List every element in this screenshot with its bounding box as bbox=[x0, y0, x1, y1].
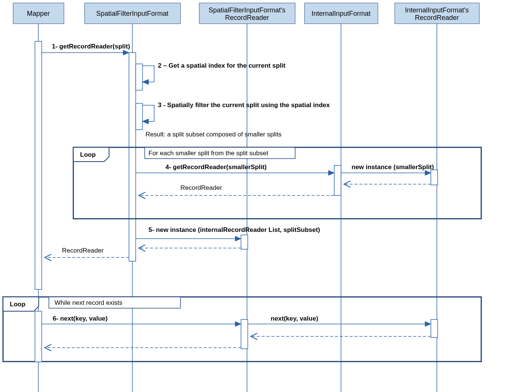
msg5-label: 5- new instance (internalRecordReader Li… bbox=[149, 226, 320, 233]
activation-self2 bbox=[136, 64, 142, 90]
activation-mapper2 bbox=[35, 311, 42, 362]
participant-iif: InternalInputFormat bbox=[305, 3, 378, 24]
participant-iif-rr: InternalInputFormat's RecordReader bbox=[395, 3, 479, 24]
msg2-label: 2 – Get a spatial index for the current … bbox=[158, 62, 285, 69]
loop1-guard: For each smaller split from the split su… bbox=[149, 150, 268, 157]
activation-iif-rr-new bbox=[431, 170, 438, 185]
participant-sfif-label: SpatialFilterInputFormat bbox=[96, 10, 168, 17]
activation-sfif-rr-new bbox=[241, 235, 248, 249]
msg4-label: 4- getRecordReader(smallerSplit) bbox=[165, 163, 267, 171]
msg6-label: 6- next(key, value) bbox=[53, 315, 108, 322]
participant-sfif-rr-label1: SpatialFilterInputFormat's bbox=[209, 6, 286, 14]
activation-self3 bbox=[136, 103, 142, 130]
msg6b-label: next(key, value) bbox=[271, 315, 318, 322]
msg5r-label: RecordReader bbox=[62, 247, 104, 254]
loop2-guard: While next record exists bbox=[55, 299, 122, 306]
participant-sfif: SpatialFilterInputFormat bbox=[85, 3, 180, 24]
msg3-arrow bbox=[142, 105, 154, 121]
participant-iif-rr-label1: InternalInputFormat's bbox=[405, 6, 469, 14]
activation-mapper bbox=[35, 41, 42, 289]
activation-sfif-rr2 bbox=[241, 319, 248, 349]
participant-iif-label: InternalInputFormat bbox=[311, 10, 370, 17]
loop1-label: Loop bbox=[80, 151, 96, 158]
participant-sfif-rr: SpatialFilterInputFormat's RecordReader bbox=[199, 3, 295, 24]
participant-mapper-label: Mapper bbox=[27, 10, 50, 17]
msg3-result: Result: a split subset composed of small… bbox=[146, 131, 282, 138]
msg1-label: 1- getRecordReader(split) bbox=[52, 43, 130, 50]
activation-iif bbox=[334, 165, 341, 195]
participant-iif-rr-label2: RecordReader bbox=[415, 14, 459, 21]
activation-sfif bbox=[129, 53, 136, 261]
loop2-label: Loop bbox=[10, 301, 26, 308]
msg4r-label: RecordReader bbox=[180, 184, 222, 191]
activation-iif-rr2 bbox=[431, 319, 438, 338]
msg4b-label: new instance (smallerSplit) bbox=[352, 163, 434, 171]
participant-sfif-rr-label2: RecordReader bbox=[225, 14, 269, 21]
participant-mapper: Mapper bbox=[13, 3, 64, 24]
msg2-arrow bbox=[142, 66, 154, 82]
msg3-label: 3 - Spatially filter the current split u… bbox=[158, 101, 330, 109]
